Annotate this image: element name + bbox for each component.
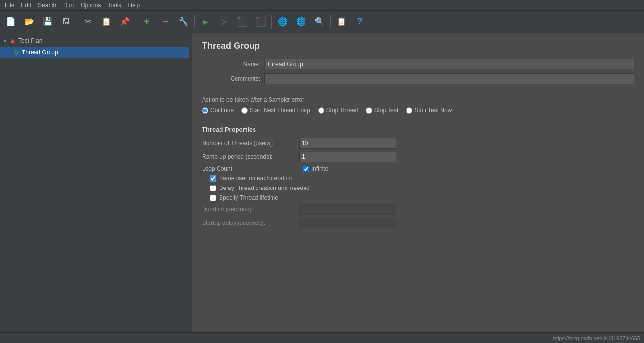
radio-stop-test[interactable]: Stop Test: [366, 107, 398, 114]
monitor-button[interactable]: 🔍: [311, 13, 328, 31]
menu-file[interactable]: File: [2, 1, 17, 10]
statusbar-url: https://blog.csdn.net/ljs13168734665: [553, 335, 640, 341]
duration-section: Duration (seconds): Startup delay (secon…: [202, 204, 634, 228]
specify-lifetime-row: Specify Thread lifetime: [210, 194, 634, 201]
radio-continue[interactable]: Continue: [202, 107, 234, 114]
thread-props-section: Thread Properties Number of Threads (use…: [202, 126, 634, 228]
sidebar-item-testplan[interactable]: ▾ 🔺 Test Plan: [0, 35, 189, 47]
radio-stop-test-now-label: Stop Test Now: [414, 107, 452, 114]
separator1: [77, 15, 77, 29]
radio-stop-thread-label: Stop Thread: [326, 107, 358, 114]
startup-delay-label: Startup delay (seconds):: [202, 220, 299, 226]
add-button[interactable]: +: [138, 13, 155, 31]
menubar: File Edit Search Run Options Tools Help: [0, 0, 644, 11]
remove-button[interactable]: −: [156, 13, 174, 31]
run-sel-button[interactable]: ▷: [215, 13, 233, 31]
radio-continue-input[interactable]: [202, 107, 208, 114]
divider2: [202, 120, 634, 120]
content-panel: Thread Group Name: Comments: Action to b…: [192, 33, 644, 332]
delay-thread-row: Delay Thread creation until needed: [210, 185, 634, 191]
menu-run[interactable]: Run: [60, 1, 77, 10]
duration-row: Duration (seconds):: [202, 204, 634, 215]
radio-start-next-thread-loop-input[interactable]: [241, 107, 248, 114]
ramp-up-field[interactable]: [299, 152, 396, 162]
comments-row: Comments:: [202, 73, 634, 84]
cut-button[interactable]: ✂: [79, 13, 97, 31]
threadgroup-label: Thread Group: [22, 49, 58, 56]
clear-button[interactable]: 🔧: [175, 13, 192, 31]
main-layout: ▾ 🔺 Test Plan ⚙ Thread Group ⋮ Thread Gr…: [0, 33, 644, 332]
save-button[interactable]: 💾: [39, 13, 56, 31]
specify-lifetime-checkbox[interactable]: [210, 195, 216, 201]
startup-delay-field[interactable]: [299, 218, 396, 228]
stopnow-button[interactable]: ⬛: [252, 13, 270, 31]
same-user-row: Same user on each iteration: [210, 175, 634, 182]
radio-stop-test-now-input[interactable]: [406, 107, 412, 114]
num-threads-field[interactable]: [299, 138, 396, 149]
radio-stop-test-label: Stop Test: [374, 107, 398, 114]
same-user-label[interactable]: Same user on each iteration: [219, 175, 292, 182]
toolbar: 📄 📂 💾 🖫 ✂ 📋 📌 + − 🔧 ▶ ▷ ⬛ ⬛ 🌐 🌐 🔍 📋 ?: [0, 11, 644, 33]
chevron-down-icon: ▾: [4, 38, 6, 44]
radio-start-next-thread-loop[interactable]: Start Next Thread Loop: [241, 107, 310, 114]
thread-properties-title: Thread Properties: [202, 126, 634, 133]
separator5: [330, 15, 331, 29]
action-error-label: Action to be taken after a Sampler error: [202, 96, 634, 103]
help-button[interactable]: ?: [351, 13, 369, 31]
stop-button[interactable]: ⬛: [234, 13, 251, 31]
specify-lifetime-label[interactable]: Specify Thread lifetime: [219, 194, 278, 201]
radio-stop-thread[interactable]: Stop Thread: [318, 107, 358, 114]
run-button[interactable]: ▶: [197, 13, 214, 31]
comments-field[interactable]: [264, 73, 634, 84]
new-button[interactable]: 📄: [2, 13, 19, 31]
sidebar-item-threadgroup[interactable]: ⚙ Thread Group: [0, 47, 189, 58]
open-button[interactable]: 📂: [20, 13, 38, 31]
infinite-checkbox-label[interactable]: Infinite: [303, 165, 328, 172]
delay-thread-checkbox[interactable]: [210, 185, 216, 191]
menu-edit[interactable]: Edit: [18, 1, 34, 10]
panel-title: Thread Group: [202, 41, 634, 51]
menu-options[interactable]: Options: [78, 1, 103, 10]
separator2: [136, 15, 136, 29]
comments-label: Comments:: [202, 75, 260, 82]
testplan-button[interactable]: 📋: [333, 13, 350, 31]
ramp-up-row: Ramp-up period (seconds):: [202, 152, 634, 162]
ramp-up-label: Ramp-up period (seconds):: [202, 154, 299, 160]
sidebar-tree: ▾ 🔺 Test Plan ⚙ Thread Group: [0, 33, 189, 60]
threadgroup-icon: ⚙: [14, 49, 20, 56]
delay-thread-label[interactable]: Delay Thread creation until needed: [219, 185, 310, 191]
remote1-button[interactable]: 🌐: [274, 13, 291, 31]
num-threads-label: Number of Threads (users):: [202, 140, 299, 147]
sidebar: ▾ 🔺 Test Plan ⚙ Thread Group: [0, 33, 189, 332]
menu-help[interactable]: Help: [125, 1, 143, 10]
saveas-button[interactable]: 🖫: [57, 13, 75, 31]
action-error-section: Action to be taken after a Sampler error…: [202, 96, 634, 114]
testplan-label: Test Plan: [18, 37, 42, 44]
copy-button[interactable]: 📋: [98, 13, 115, 31]
startup-delay-row: Startup delay (seconds):: [202, 218, 634, 228]
separator3: [194, 15, 195, 29]
menu-search[interactable]: Search: [35, 1, 59, 10]
same-user-checkbox[interactable]: [210, 175, 216, 182]
radio-stop-test-input[interactable]: [366, 107, 372, 114]
loop-count-row: Loop Count: Infinite: [202, 165, 634, 172]
remote2-button[interactable]: 🌐: [292, 13, 310, 31]
infinite-label: Infinite: [311, 165, 328, 172]
paste-button[interactable]: 📌: [116, 13, 134, 31]
radio-start-next-thread-loop-label: Start Next Thread Loop: [250, 107, 310, 114]
statusbar: https://blog.csdn.net/ljs13168734665: [0, 332, 644, 343]
num-threads-row: Number of Threads (users):: [202, 138, 634, 149]
radio-stop-thread-input[interactable]: [318, 107, 324, 114]
radio-continue-label: Continue: [210, 107, 234, 114]
menu-tools[interactable]: Tools: [104, 1, 124, 10]
duration-field[interactable]: [299, 204, 396, 215]
duration-label: Duration (seconds):: [202, 206, 299, 213]
infinite-checkbox[interactable]: [303, 166, 309, 172]
name-row: Name:: [202, 59, 634, 69]
testplan-icon: 🔺: [8, 37, 17, 45]
divider1: [202, 90, 634, 90]
name-field[interactable]: [264, 59, 634, 69]
radio-group-action: Continue Start Next Thread Loop Stop Thr…: [202, 107, 634, 114]
radio-stop-test-now[interactable]: Stop Test Now: [406, 107, 452, 114]
loop-count-label: Loop Count:: [202, 165, 299, 172]
